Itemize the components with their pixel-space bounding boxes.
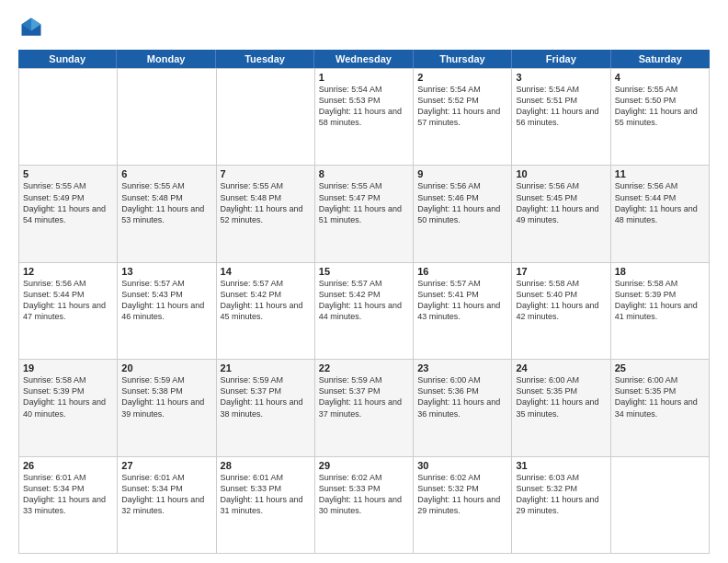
calendar-cell: 10Sunrise: 5:56 AM Sunset: 5:45 PM Dayli…: [512, 166, 610, 262]
weekday-header: Sunday: [18, 50, 117, 68]
empty-cell: [611, 457, 710, 554]
calendar-body: 1Sunrise: 5:54 AM Sunset: 5:53 PM Daylig…: [18, 68, 710, 554]
calendar-cell: 3Sunrise: 5:54 AM Sunset: 5:51 PM Daylig…: [512, 69, 610, 166]
cell-info: Sunrise: 5:59 AM Sunset: 5:37 PM Dayligh…: [221, 374, 311, 419]
day-number: 18: [615, 266, 705, 277]
day-number: 4: [615, 72, 705, 83]
cell-info: Sunrise: 5:55 AM Sunset: 5:48 PM Dayligh…: [121, 180, 211, 225]
day-number: 23: [417, 362, 507, 373]
cell-info: Sunrise: 6:01 AM Sunset: 5:34 PM Dayligh…: [121, 472, 211, 517]
weekday-header: Wednesday: [314, 50, 413, 68]
calendar-cell: 4Sunrise: 5:55 AM Sunset: 5:50 PM Daylig…: [611, 69, 710, 166]
cell-info: Sunrise: 5:56 AM Sunset: 5:46 PM Dayligh…: [417, 180, 507, 225]
day-number: 7: [221, 168, 311, 179]
day-number: 17: [516, 266, 606, 277]
cell-info: Sunrise: 5:55 AM Sunset: 5:47 PM Dayligh…: [319, 180, 409, 225]
day-number: 8: [319, 168, 409, 179]
weekday-header: Thursday: [414, 50, 512, 68]
calendar-cell: 27Sunrise: 6:01 AM Sunset: 5:34 PM Dayli…: [118, 457, 216, 554]
cell-info: Sunrise: 5:55 AM Sunset: 5:49 PM Dayligh…: [23, 180, 113, 225]
calendar-row: 19Sunrise: 5:58 AM Sunset: 5:39 PM Dayli…: [19, 360, 710, 456]
calendar-cell: 8Sunrise: 5:55 AM Sunset: 5:47 PM Daylig…: [315, 166, 414, 262]
cell-info: Sunrise: 5:55 AM Sunset: 5:48 PM Dayligh…: [221, 180, 311, 225]
calendar-header: SundayMondayTuesdayWednesdayThursdayFrid…: [18, 50, 710, 68]
day-number: 6: [121, 168, 211, 179]
calendar-cell: 2Sunrise: 5:54 AM Sunset: 5:52 PM Daylig…: [414, 69, 512, 166]
day-number: 22: [319, 362, 409, 373]
calendar-cell: 5Sunrise: 5:55 AM Sunset: 5:49 PM Daylig…: [19, 166, 118, 262]
day-number: 9: [417, 168, 507, 179]
cell-info: Sunrise: 6:02 AM Sunset: 5:33 PM Dayligh…: [319, 472, 409, 517]
calendar-cell: 12Sunrise: 5:56 AM Sunset: 5:44 PM Dayli…: [19, 263, 118, 360]
calendar-cell: 23Sunrise: 6:00 AM Sunset: 5:36 PM Dayli…: [414, 360, 512, 456]
cell-info: Sunrise: 5:59 AM Sunset: 5:38 PM Dayligh…: [121, 374, 211, 419]
cell-info: Sunrise: 5:55 AM Sunset: 5:50 PM Dayligh…: [615, 84, 705, 129]
cell-info: Sunrise: 6:00 AM Sunset: 5:35 PM Dayligh…: [516, 374, 606, 419]
cell-info: Sunrise: 5:57 AM Sunset: 5:42 PM Dayligh…: [319, 278, 409, 323]
logo-icon: [18, 15, 44, 40]
calendar-row: 5Sunrise: 5:55 AM Sunset: 5:49 PM Daylig…: [19, 166, 710, 262]
day-number: 26: [23, 460, 113, 471]
day-number: 20: [121, 362, 211, 373]
cell-info: Sunrise: 6:00 AM Sunset: 5:35 PM Dayligh…: [615, 374, 705, 419]
day-number: 1: [319, 72, 409, 83]
weekday-header: Friday: [512, 50, 610, 68]
weekday-header: Tuesday: [216, 50, 314, 68]
day-number: 21: [221, 362, 311, 373]
calendar-cell: 21Sunrise: 5:59 AM Sunset: 5:37 PM Dayli…: [217, 360, 315, 456]
cell-info: Sunrise: 5:54 AM Sunset: 5:53 PM Dayligh…: [319, 84, 409, 129]
day-number: 5: [23, 168, 113, 179]
calendar-cell: 17Sunrise: 5:58 AM Sunset: 5:40 PM Dayli…: [512, 263, 610, 360]
day-number: 12: [23, 266, 113, 277]
day-number: 15: [319, 266, 409, 277]
calendar-cell: 16Sunrise: 5:57 AM Sunset: 5:41 PM Dayli…: [414, 263, 512, 360]
calendar-row: 26Sunrise: 6:01 AM Sunset: 5:34 PM Dayli…: [19, 457, 710, 554]
cell-info: Sunrise: 6:02 AM Sunset: 5:32 PM Dayligh…: [417, 472, 507, 517]
cell-info: Sunrise: 6:00 AM Sunset: 5:36 PM Dayligh…: [417, 374, 507, 419]
cell-info: Sunrise: 5:59 AM Sunset: 5:37 PM Dayligh…: [319, 374, 409, 419]
cell-info: Sunrise: 5:56 AM Sunset: 5:45 PM Dayligh…: [516, 180, 606, 225]
day-number: 31: [516, 460, 606, 471]
calendar-cell: 24Sunrise: 6:00 AM Sunset: 5:35 PM Dayli…: [512, 360, 610, 456]
cell-info: Sunrise: 5:54 AM Sunset: 5:52 PM Dayligh…: [417, 84, 507, 129]
cell-info: Sunrise: 5:56 AM Sunset: 5:44 PM Dayligh…: [23, 278, 113, 323]
cell-info: Sunrise: 5:56 AM Sunset: 5:44 PM Dayligh…: [615, 180, 705, 225]
day-number: 30: [417, 460, 507, 471]
weekday-header: Monday: [117, 50, 215, 68]
cell-info: Sunrise: 5:58 AM Sunset: 5:39 PM Dayligh…: [23, 374, 113, 419]
day-number: 11: [615, 168, 705, 179]
day-number: 10: [516, 168, 606, 179]
cell-info: Sunrise: 6:03 AM Sunset: 5:32 PM Dayligh…: [516, 472, 606, 517]
day-number: 13: [121, 266, 211, 277]
calendar-row: 12Sunrise: 5:56 AM Sunset: 5:44 PM Dayli…: [19, 263, 710, 360]
calendar-cell: 14Sunrise: 5:57 AM Sunset: 5:42 PM Dayli…: [217, 263, 315, 360]
cell-info: Sunrise: 5:54 AM Sunset: 5:51 PM Dayligh…: [516, 84, 606, 129]
calendar-cell: 11Sunrise: 5:56 AM Sunset: 5:44 PM Dayli…: [611, 166, 710, 262]
page: SundayMondayTuesdayWednesdayThursdayFrid…: [0, 0, 728, 563]
day-number: 27: [121, 460, 211, 471]
cell-info: Sunrise: 5:58 AM Sunset: 5:39 PM Dayligh…: [615, 278, 705, 323]
cell-info: Sunrise: 5:57 AM Sunset: 5:41 PM Dayligh…: [417, 278, 507, 323]
calendar-cell: 1Sunrise: 5:54 AM Sunset: 5:53 PM Daylig…: [315, 69, 414, 166]
calendar-cell: 9Sunrise: 5:56 AM Sunset: 5:46 PM Daylig…: [414, 166, 512, 262]
calendar-cell: 30Sunrise: 6:02 AM Sunset: 5:32 PM Dayli…: [414, 457, 512, 554]
day-number: 28: [221, 460, 311, 471]
weekday-header: Saturday: [611, 50, 710, 68]
logo: [18, 15, 48, 40]
calendar-cell: 15Sunrise: 5:57 AM Sunset: 5:42 PM Dayli…: [315, 263, 414, 360]
calendar-cell: 31Sunrise: 6:03 AM Sunset: 5:32 PM Dayli…: [512, 457, 610, 554]
calendar: SundayMondayTuesdayWednesdayThursdayFrid…: [18, 50, 710, 554]
day-number: 25: [615, 362, 705, 373]
cell-info: Sunrise: 6:01 AM Sunset: 5:33 PM Dayligh…: [221, 472, 311, 517]
day-number: 3: [516, 72, 606, 83]
empty-cell: [217, 69, 315, 166]
calendar-row: 1Sunrise: 5:54 AM Sunset: 5:53 PM Daylig…: [19, 69, 710, 166]
calendar-cell: 28Sunrise: 6:01 AM Sunset: 5:33 PM Dayli…: [217, 457, 315, 554]
day-number: 16: [417, 266, 507, 277]
calendar-cell: 29Sunrise: 6:02 AM Sunset: 5:33 PM Dayli…: [315, 457, 414, 554]
day-number: 24: [516, 362, 606, 373]
day-number: 14: [221, 266, 311, 277]
calendar-cell: 25Sunrise: 6:00 AM Sunset: 5:35 PM Dayli…: [611, 360, 710, 456]
calendar-cell: 20Sunrise: 5:59 AM Sunset: 5:38 PM Dayli…: [118, 360, 216, 456]
calendar-cell: 19Sunrise: 5:58 AM Sunset: 5:39 PM Dayli…: [19, 360, 118, 456]
